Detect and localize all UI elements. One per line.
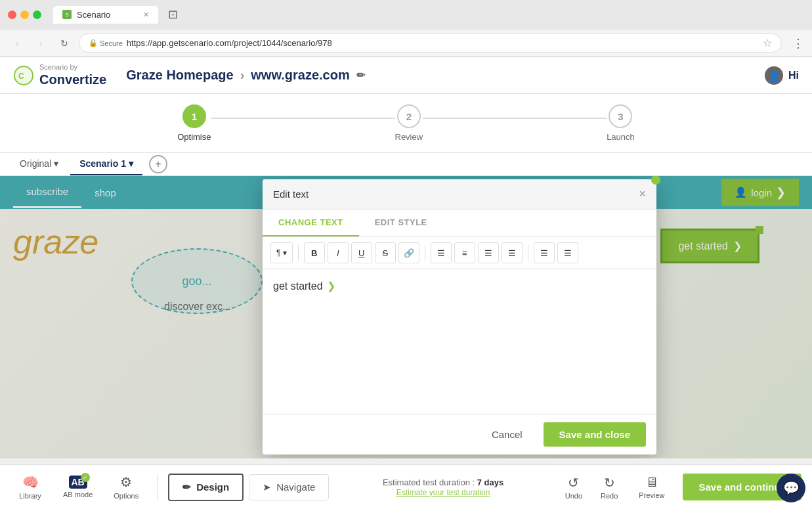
star-icon[interactable]: ☆: [763, 37, 772, 49]
step-1[interactable]: 1 Optimise: [177, 104, 211, 142]
paragraph-format-button[interactable]: ¶ ▾: [270, 242, 293, 263]
logo-text-area: Scenario by Convertize: [39, 63, 106, 87]
svg-text:C: C: [18, 72, 24, 81]
tab-favicon: S: [62, 10, 72, 19]
test-duration-text: Estimated test duration : 7 days: [334, 477, 551, 487]
toolbar-separator-2: [425, 245, 425, 261]
ab-check-icon: ✓: [81, 473, 90, 482]
step-2-label: Review: [395, 132, 423, 142]
modal-tabs: CHANGE TEXT EDIT STYLE: [263, 210, 656, 237]
modal-editor[interactable]: get started ❯: [263, 269, 656, 414]
step-3[interactable]: 3 Launch: [607, 104, 635, 142]
navigate-button[interactable]: ➤ Navigate: [249, 474, 329, 500]
undo-button[interactable]: ↺ Undo: [557, 471, 590, 504]
align-center-button[interactable]: ≡: [454, 242, 475, 263]
options-button[interactable]: ⚙ Options: [106, 469, 146, 505]
address-bar[interactable]: 🔒 Secure https://app.getscenario.com/pro…: [79, 33, 782, 53]
editor-content[interactable]: get started ❯: [273, 280, 646, 292]
edit-icon[interactable]: ✏: [356, 69, 365, 81]
library-label: Library: [19, 492, 41, 500]
library-icon: 🧠: [22, 474, 39, 490]
modal-title: Edit text: [273, 188, 309, 200]
unordered-list-button[interactable]: ☰: [534, 242, 555, 263]
forward-button[interactable]: ›: [32, 34, 50, 53]
editor-text-content: get started: [273, 280, 323, 292]
tab-close-icon[interactable]: ✕: [143, 11, 149, 19]
design-button[interactable]: ✏ Design: [168, 474, 244, 501]
tab-title: Scenario: [77, 10, 110, 20]
scenario-tabs: Original ▾ Scenario 1 ▾ Custom +: [0, 153, 812, 176]
minimize-dot[interactable]: [20, 11, 29, 19]
tab-edit-style[interactable]: EDIT STYLE: [359, 210, 443, 236]
ab-mode-label: AB mode: [63, 491, 93, 498]
step-2-circle: 2: [397, 104, 421, 128]
app-header: C Scenario by Convertize Graze Homepage …: [0, 57, 812, 94]
redo-button[interactable]: ↻ Redo: [593, 471, 626, 504]
tab-scenario-1-wrapper: Scenario 1 ▾ Custom: [70, 153, 142, 175]
step-3-circle: 3: [609, 104, 632, 128]
maximize-dot[interactable]: [33, 11, 41, 19]
design-label: Design: [196, 481, 229, 493]
navigate-label: Navigate: [276, 481, 315, 493]
ordered-list-button[interactable]: ☰: [557, 242, 578, 263]
chat-support-button[interactable]: 💬: [777, 474, 805, 502]
browser-tab[interactable]: S Scenario ✕: [53, 6, 158, 24]
modal-toolbar: ¶ ▾ B I U S 🔗 ☰ ≡ ☰ ☰ ☰ ☰: [263, 237, 656, 269]
chat-icon: 💬: [783, 480, 800, 496]
modal-close-button[interactable]: ×: [639, 187, 646, 201]
estimate-link[interactable]: Estimate your test duration: [396, 488, 490, 497]
modal-header: Edit text ×: [263, 179, 656, 210]
bottom-toolbar: 🧠 Library AB ✓ AB mode ⚙ Options ✏ Desig…: [0, 464, 812, 509]
new-tab-button[interactable]: ⊡: [163, 5, 182, 24]
duration-value: 7 days: [477, 477, 503, 487]
user-avatar-icon: 👤: [765, 66, 783, 85]
back-button[interactable]: ‹: [8, 34, 26, 53]
step-line-2: [423, 118, 607, 119]
library-button[interactable]: 🧠 Library: [11, 469, 50, 505]
options-label: Options: [114, 492, 139, 500]
italic-button[interactable]: I: [328, 242, 349, 263]
strikethrough-button[interactable]: S: [375, 242, 396, 263]
toolbar-separator-1: [298, 245, 299, 261]
link-button[interactable]: 🔗: [398, 242, 419, 263]
preview-button[interactable]: 🖥 Preview: [631, 471, 672, 503]
save-and-close-button[interactable]: Save and close: [544, 422, 646, 447]
tab-change-text[interactable]: CHANGE TEXT: [263, 210, 359, 236]
ab-mode-icon-wrapper: AB ✓: [69, 476, 87, 489]
url-text: https://app.getscenario.com/project/1044…: [127, 38, 332, 48]
duration-prefix: Estimated test duration :: [383, 477, 477, 487]
close-dot[interactable]: [8, 11, 16, 19]
toolbar-separator-3: [528, 245, 528, 261]
bold-button[interactable]: B: [304, 242, 325, 263]
step-2[interactable]: 2 Review: [395, 104, 423, 142]
modal-footer: Cancel Save and close: [263, 414, 656, 454]
logo-name: Convertize: [39, 72, 106, 87]
tab-scenario-1[interactable]: Scenario 1 ▾: [70, 153, 142, 175]
pencil-icon: ✏: [182, 481, 191, 493]
breadcrumb-url: www.graze.com: [251, 68, 349, 83]
hi-text: Hi: [788, 70, 799, 81]
cancel-button[interactable]: Cancel: [479, 422, 536, 447]
undo-redo-area: ↺ Undo ↻ Redo: [557, 471, 626, 504]
ab-mode-button[interactable]: AB ✓ AB mode: [55, 470, 100, 504]
undo-icon: ↺: [568, 475, 579, 491]
align-justify-button[interactable]: ☰: [502, 242, 523, 263]
step-1-label: Optimise: [177, 132, 211, 142]
browser-menu-icon[interactable]: ⋮: [792, 36, 804, 51]
reload-button[interactable]: ↻: [55, 34, 74, 53]
step-3-label: Launch: [607, 132, 635, 142]
breadcrumb-separator: ›: [240, 68, 245, 83]
align-right-button[interactable]: ☰: [478, 242, 499, 263]
logo-tagline: Scenario by: [39, 63, 106, 72]
secure-badge: 🔒 Secure: [89, 39, 123, 47]
tab-original[interactable]: Original ▾: [11, 153, 68, 175]
underline-button[interactable]: U: [351, 242, 372, 263]
add-scenario-button[interactable]: +: [149, 155, 167, 173]
navigate-icon: ➤: [263, 481, 271, 493]
browser-traffic-lights: [8, 11, 41, 19]
step-1-circle: 1: [182, 104, 206, 128]
align-left-button[interactable]: ☰: [431, 242, 452, 263]
toolbar-separator: [157, 474, 158, 500]
step-line-1: [211, 118, 395, 119]
redo-icon: ↻: [604, 475, 615, 491]
